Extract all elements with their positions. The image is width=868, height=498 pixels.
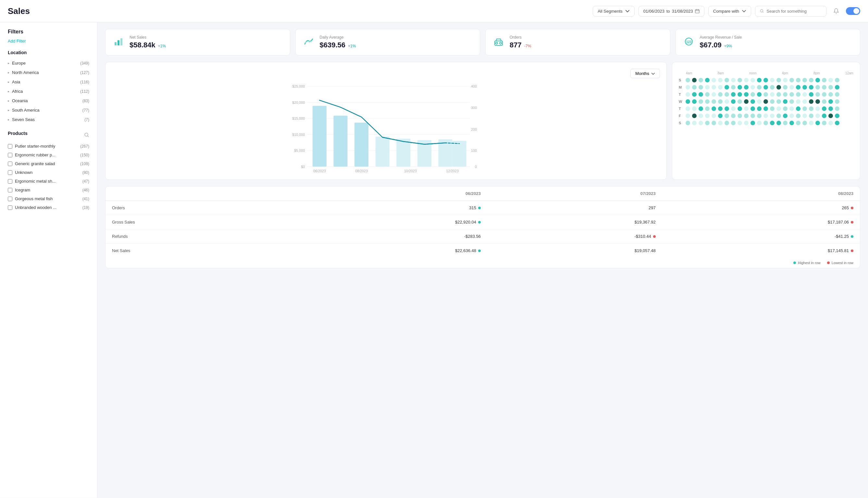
- dot-cell: [718, 85, 723, 90]
- kpi-info: Daily Average $639.56 +1%: [320, 35, 356, 49]
- theme-toggle[interactable]: [846, 7, 860, 15]
- dot-cell: [692, 85, 697, 90]
- header: Sales All Segments 01/06/2023 to 31/08/2…: [0, 0, 868, 22]
- segment-dropdown[interactable]: All Segments: [593, 6, 635, 16]
- dot-cell: [699, 99, 703, 104]
- dot-cell: [828, 78, 833, 82]
- notification-bell[interactable]: [830, 5, 842, 17]
- product-item: Unknown(80): [8, 168, 89, 177]
- lowest-indicator: [851, 249, 853, 252]
- dot-cell: [744, 85, 749, 90]
- table-row-label: Refunds: [105, 230, 289, 244]
- dot-cell: [763, 85, 768, 90]
- product-checkbox[interactable]: [8, 179, 12, 184]
- filters-title: Filters: [8, 29, 89, 35]
- lowest-indicator: [653, 235, 656, 238]
- dot-grid-row: S: [679, 78, 853, 83]
- dot-cell: [725, 121, 729, 125]
- kpi-label: Orders: [510, 35, 531, 40]
- svg-text:06/2023: 06/2023: [313, 169, 326, 173]
- dot-cell: [783, 85, 788, 90]
- dot-cell: [789, 85, 794, 90]
- kpi-label: Daily Average: [320, 35, 356, 40]
- dot-cell: [763, 121, 768, 125]
- dot-cell: [828, 92, 833, 97]
- dot-cell: [692, 92, 697, 97]
- dot-cell: [744, 121, 749, 125]
- product-name: Unknown: [15, 170, 80, 175]
- compare-button[interactable]: Compare with: [708, 6, 751, 16]
- table-cell: -$41.25: [662, 230, 860, 244]
- product-checkbox[interactable]: [8, 197, 12, 201]
- table-cell-with-dot: $22,636.48: [296, 248, 481, 253]
- table-column-header: 07/2023: [487, 186, 662, 201]
- table-cell: -$310.44: [487, 230, 662, 244]
- kpi-info: Average Revenue / Sale $67.09 +9%: [700, 35, 742, 49]
- location-item[interactable]: ▸Oceania(83): [8, 96, 89, 105]
- location-count: (83): [82, 99, 89, 103]
- location-item[interactable]: ▸Seven Seas(7): [8, 115, 89, 124]
- dot-cell: [738, 99, 742, 104]
- search-input[interactable]: [766, 9, 821, 14]
- kpi-row: Net Sales $58.84k +1% Daily Average $639…: [105, 29, 860, 55]
- svg-rect-29: [333, 116, 347, 167]
- date-range-picker[interactable]: 01/06/2023 to 31/08/2023: [638, 6, 704, 16]
- product-checkbox[interactable]: [8, 205, 12, 210]
- location-section-title: Location: [8, 50, 89, 55]
- dot-cell: [744, 114, 749, 118]
- dot-cell: [802, 121, 807, 125]
- dot-cell: [789, 92, 794, 97]
- location-item[interactable]: ▸South America(77): [8, 105, 89, 115]
- dot-grid-row: S: [679, 120, 853, 126]
- sales-chart: $25,000 $20,000 $15,000 $10,000 $5,000 $…: [112, 82, 660, 173]
- dot-cell: [705, 78, 710, 82]
- location-count: (77): [82, 108, 89, 113]
- product-count: (46): [82, 188, 89, 192]
- dot-cell: [783, 78, 788, 82]
- product-checkbox[interactable]: [8, 161, 12, 166]
- location-item[interactable]: ▸North America(127): [8, 68, 89, 77]
- location-name: Asia: [12, 79, 80, 84]
- dot-cell: [796, 121, 801, 125]
- add-filter-button[interactable]: Add Filter: [8, 39, 26, 43]
- day-label: S: [679, 78, 684, 82]
- svg-text:$15,000: $15,000: [292, 117, 305, 120]
- table-cell: $17,145.81: [662, 244, 860, 258]
- svg-point-2: [85, 133, 88, 136]
- table-cell-value: $22,920.04: [455, 220, 476, 224]
- dot-cell: [802, 106, 807, 111]
- table-cell-value: 315: [469, 205, 476, 210]
- location-item[interactable]: ▸Asia(116): [8, 77, 89, 87]
- highest-indicator: [478, 207, 481, 209]
- location-item[interactable]: ▸Europe(349): [8, 58, 89, 68]
- dot-cell: [776, 92, 781, 97]
- product-checkbox[interactable]: [8, 170, 12, 175]
- dot-cell: [815, 99, 820, 104]
- dot-cell: [757, 92, 762, 97]
- kpi-change: +1%: [158, 44, 166, 48]
- product-checkbox[interactable]: [8, 144, 12, 148]
- kpi-card: 123 Average Revenue / Sale $67.09 +9%: [675, 29, 860, 55]
- table-row: Orders315297265: [105, 201, 860, 215]
- time-label: noon: [749, 71, 756, 75]
- location-item[interactable]: ▸Africa(112): [8, 87, 89, 96]
- table-column-header: 08/2023: [662, 186, 860, 201]
- dot-cell: [686, 85, 690, 90]
- dot-cell: [757, 85, 762, 90]
- dot-cell: [738, 78, 742, 82]
- product-checkbox[interactable]: [8, 153, 12, 157]
- search-box[interactable]: [755, 6, 827, 16]
- product-checkbox[interactable]: [8, 188, 12, 192]
- kpi-info: Orders 877 -7%: [510, 35, 531, 49]
- time-label: 8pm: [814, 71, 820, 75]
- dot-cell: [686, 114, 690, 118]
- kpi-label: Average Revenue / Sale: [700, 35, 742, 40]
- table-row: Gross Sales$22,920.04$19,367.92$17,187.0…: [105, 215, 860, 230]
- header-controls: All Segments 01/06/2023 to 31/08/2023 Co…: [593, 5, 860, 17]
- dot-cell: [725, 78, 729, 82]
- months-dropdown[interactable]: Months: [631, 69, 660, 78]
- table-cell: $22,636.48: [289, 244, 487, 258]
- products-search-icon[interactable]: [84, 132, 89, 137]
- table-row: Refunds-$283.56-$310.44-$41.25: [105, 230, 860, 244]
- svg-text:$25,000: $25,000: [292, 84, 305, 88]
